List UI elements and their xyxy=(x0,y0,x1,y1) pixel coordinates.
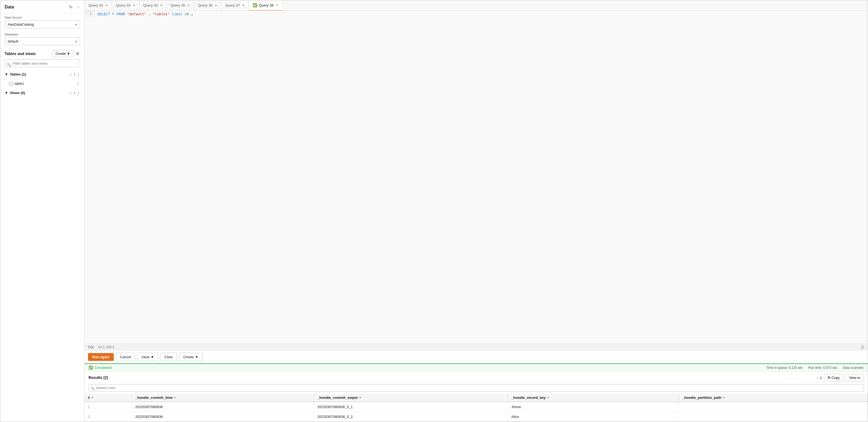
editor-line-1: 1 SELECT * FROM "default" . "table1" lim… xyxy=(85,11,868,18)
results-title: Results (2) xyxy=(89,375,108,380)
editor-pane[interactable]: 1 SELECT * FROM "default" . "table1" lim… xyxy=(85,11,868,343)
tab-query38[interactable]: ✅ Query 38 ✕ xyxy=(249,0,282,11)
cell-commit-seqno-0: 20220307080836_0_1 xyxy=(314,402,508,412)
sql-text-1: * xyxy=(112,12,117,16)
table1-label: + table1 xyxy=(9,82,24,86)
results-actions: ‹ 1 ⧉ Copy View in xyxy=(817,374,864,382)
tab-query31[interactable]: Query 31 ✕ xyxy=(85,0,112,10)
col-header-partition-path[interactable]: _hoodie_partition_path ▼ xyxy=(679,394,867,402)
sidebar: Data ↻ ‹ Data Source AwsDataCatalog Data… xyxy=(0,0,85,422)
tab-query35[interactable]: Query 35 ✕ xyxy=(167,0,194,10)
run-time: Run time: 0.973 sec xyxy=(808,366,838,370)
tab-query37-close[interactable]: ✕ xyxy=(242,4,245,7)
col-header-commit-time[interactable]: _hoodie_commit_time ▼ xyxy=(132,394,314,402)
settings-gear-button[interactable]: ⚙ xyxy=(75,51,80,57)
filter-search-icon: 🔍 xyxy=(7,62,11,66)
sort-icon-commit-seqno: ▼ xyxy=(359,396,362,399)
cancel-button[interactable]: Cancel xyxy=(116,353,135,361)
cell-partition-path-0 xyxy=(679,402,867,412)
tables-next-button[interactable]: › xyxy=(76,72,80,77)
table-row: 1 20220307080836 20220307080836_0_1 Jhon… xyxy=(85,402,868,412)
sort-icon-num: ▼ xyxy=(91,396,94,399)
results-table-wrapper[interactable]: # ▼ _hoodie_commit_time ▼ xyxy=(85,394,868,422)
tables-views-actions: Create ▼ ⚙ xyxy=(53,50,80,57)
table1-item[interactable]: + table1 ⋮ xyxy=(0,79,84,88)
views-prev-button[interactable]: ‹ xyxy=(69,90,72,96)
data-scanned: Data scanned: xyxy=(843,366,864,370)
search-rows-icon: 🔍 xyxy=(91,387,95,390)
sql-keyword-from: FROM xyxy=(116,12,125,16)
views-tree-section: ▼ Views (0) ‹ 1 › xyxy=(0,88,84,97)
create-query-button[interactable]: Create ▼ xyxy=(179,353,203,361)
tab-query33-label: Query 33 xyxy=(116,3,130,7)
results-header: Results (2) ‹ 1 ⧉ Copy View in xyxy=(85,371,868,383)
tables-prev-button[interactable]: ‹ xyxy=(69,72,72,77)
tab-query36-label: Query 36 xyxy=(198,3,212,7)
tab-query38-close[interactable]: ✕ xyxy=(276,3,278,7)
run-again-button[interactable]: Run again xyxy=(88,353,114,361)
main-content: Query 31 ✕ Query 33 ✕ Query 34 ✕ Query 3… xyxy=(85,0,868,422)
time-in-queue: Time in queue: 0.125 sec xyxy=(767,366,803,370)
editor-status-bar: SQL Ln 1, Col 1 ☰ xyxy=(85,343,868,350)
status-sql: SQL xyxy=(88,345,94,349)
col-header-num[interactable]: # ▼ xyxy=(85,394,132,402)
tab-query35-close[interactable]: ✕ xyxy=(187,4,190,7)
collapse-sidebar-button[interactable]: ‹ xyxy=(76,4,80,10)
col-header-commit-seqno[interactable]: _hoodie_commit_seqno ▼ xyxy=(314,394,508,402)
search-rows-input[interactable] xyxy=(89,384,864,391)
completed-bar: ✅ Completed Time in queue: 0.125 sec Run… xyxy=(85,364,868,371)
cell-commit-time-0: 20220307080836 xyxy=(132,402,314,412)
tab-query36-close[interactable]: ✕ xyxy=(215,4,217,7)
copy-button[interactable]: ⧉ Copy xyxy=(824,374,843,382)
results-table: # ▼ _hoodie_commit_time ▼ xyxy=(85,394,868,422)
create-table-button[interactable]: Create ▼ xyxy=(53,50,73,57)
sql-dot: . xyxy=(148,12,151,16)
tabs-bar: Query 31 ✕ Query 33 ✕ Query 34 ✕ Query 3… xyxy=(85,0,868,11)
toolbar: Run again Cancel Save ▼ Clear Create ▼ xyxy=(85,350,868,363)
sidebar-title: Data xyxy=(5,5,14,9)
cell-commit-time-1: 20220307080836 xyxy=(132,412,314,422)
datasource-select[interactable]: AwsDataCatalog xyxy=(5,21,80,28)
col-header-record-key[interactable]: _hoodie_record_key ▼ xyxy=(508,394,679,402)
database-section: Database default xyxy=(0,30,84,47)
cell-record-key-1: Alice xyxy=(508,412,679,422)
tables-views-header: Tables and views Create ▼ ⚙ xyxy=(0,47,84,59)
status-position: Ln 1, Col 1 xyxy=(98,345,114,349)
tab-query33-close[interactable]: ✕ xyxy=(133,4,135,7)
tab-query33[interactable]: Query 33 ✕ xyxy=(112,0,139,10)
create-chevron-icon: ▼ xyxy=(195,355,198,359)
triangle-down-icon: ▼ xyxy=(5,72,8,76)
tab-query34[interactable]: Query 34 ✕ xyxy=(140,0,167,10)
table1-more-icon[interactable]: ⋮ xyxy=(76,81,80,86)
results-area: ✅ Completed Time in queue: 0.125 sec Run… xyxy=(85,363,868,422)
sort-icon-record-key: ▼ xyxy=(547,396,550,399)
table-row: 2 20220307080836 20220307080836_0_2 Alic… xyxy=(85,412,868,422)
tables-tree-header[interactable]: ▼ Tables (1) ‹ 1 › xyxy=(0,69,84,79)
refresh-button[interactable]: ↻ xyxy=(68,4,74,10)
chevron-down-icon: ▼ xyxy=(67,52,70,56)
tab-query37[interactable]: Query 37 ✕ xyxy=(221,0,249,10)
cell-partition-path-1 xyxy=(679,412,867,422)
filter-wrapper: 🔍 xyxy=(0,59,84,69)
tab-query34-close[interactable]: ✕ xyxy=(160,4,162,7)
results-prev-button[interactable]: ‹ xyxy=(817,375,818,380)
views-tree-header[interactable]: ▼ Views (0) ‹ 1 › xyxy=(0,88,84,97)
clear-button[interactable]: Clear xyxy=(160,353,177,361)
database-label: Database xyxy=(5,33,80,36)
views-next-button[interactable]: › xyxy=(76,90,80,96)
database-select[interactable]: default xyxy=(5,37,80,45)
cell-record-key-0: Jhone xyxy=(508,402,679,412)
tab-query31-close[interactable]: ✕ xyxy=(105,4,108,7)
sort-icon-partition-path: ▼ xyxy=(722,396,725,399)
completed-check-icon: ✅ xyxy=(89,366,93,370)
format-icon[interactable]: ☰ xyxy=(861,345,864,349)
view-in-button[interactable]: View in xyxy=(845,374,864,382)
filter-tables-input[interactable] xyxy=(5,59,80,67)
datasource-section: Data Source AwsDataCatalog xyxy=(0,13,84,30)
datasource-label: Data Source xyxy=(5,16,80,19)
copy-icon: ⧉ xyxy=(828,375,830,380)
save-chevron-icon: ▼ xyxy=(151,355,154,359)
tab-query35-label: Query 35 xyxy=(170,3,185,7)
save-button[interactable]: Save ▼ xyxy=(137,353,158,361)
tab-query36[interactable]: Query 36 ✕ xyxy=(194,0,221,10)
